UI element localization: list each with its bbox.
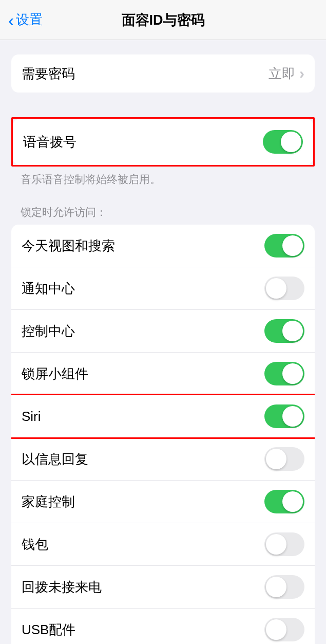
chevron-right-icon: › [299, 65, 304, 82]
navigation-header: ‹ 设置 面容ID与密码 [0, 0, 326, 40]
allow-access-label: 通知中心 [22, 280, 264, 298]
toggle-knob [281, 132, 301, 152]
allow-access-row[interactable]: 控制中心 [11, 310, 315, 353]
toggle-knob [282, 363, 303, 384]
voice-dial-footer: 音乐语音控制将始终被启用。 [0, 167, 326, 187]
toggle-knob [266, 534, 286, 555]
page-title: 面容ID与密码 [122, 11, 205, 29]
toggle-knob [282, 406, 303, 427]
allow-access-row[interactable]: Siri [11, 395, 315, 438]
allow-access-label: 今天视图和搜索 [22, 237, 264, 255]
allow-access-label: Siri [22, 409, 264, 425]
voice-dial-row[interactable]: 语音拨号 [13, 119, 313, 165]
require-passcode-row[interactable]: 需要密码 立即 › [11, 54, 315, 93]
allow-access-row[interactable]: 通知中心 [11, 267, 315, 310]
allow-access-label: 锁屏小组件 [22, 365, 264, 383]
allow-access-row[interactable]: 锁屏小组件 [11, 353, 315, 395]
voice-dial-group: 语音拨号 [13, 119, 313, 165]
toggle-knob [266, 449, 286, 469]
allow-access-row[interactable]: 回拨未接来电 [11, 566, 315, 609]
allow-access-toggle[interactable] [264, 490, 304, 513]
voice-dial-toggle[interactable] [263, 130, 303, 154]
allow-access-toggle[interactable] [264, 447, 304, 471]
allow-access-row[interactable]: 今天视图和搜索 [11, 225, 315, 267]
allow-access-toggle[interactable] [264, 234, 304, 257]
allow-access-toggle[interactable] [264, 532, 304, 556]
require-passcode-value: 立即 [269, 65, 295, 83]
allow-access-row[interactable]: 家庭控制 [11, 481, 315, 523]
chevron-left-icon: ‹ [8, 11, 14, 29]
require-passcode-group: 需要密码 立即 › [11, 54, 315, 93]
toggle-knob [266, 619, 286, 640]
voice-dial-highlight: 语音拨号 [11, 117, 315, 167]
allow-access-toggle[interactable] [264, 618, 304, 641]
toggle-knob [266, 577, 286, 597]
allow-access-toggle[interactable] [264, 404, 304, 428]
allow-access-label: 钱包 [22, 536, 264, 554]
voice-dial-label: 语音拨号 [23, 133, 263, 151]
allow-access-row[interactable]: USB配件 [11, 609, 315, 644]
toggle-knob [282, 235, 303, 256]
toggle-knob [282, 321, 303, 341]
back-label: 设置 [16, 11, 43, 29]
allow-access-toggle[interactable] [264, 362, 304, 385]
allow-access-label: USB配件 [22, 621, 264, 639]
allow-access-row[interactable]: 钱包 [11, 523, 315, 566]
allow-access-label: 控制中心 [22, 322, 264, 340]
require-passcode-label: 需要密码 [22, 65, 269, 83]
allow-access-label: 以信息回复 [22, 450, 264, 468]
toggle-knob [266, 278, 286, 299]
allow-access-group: 今天视图和搜索通知中心控制中心锁屏小组件Siri以信息回复家庭控制钱包回拨未接来… [11, 225, 315, 644]
allow-access-toggle[interactable] [264, 277, 304, 300]
back-button[interactable]: ‹ 设置 [8, 11, 43, 29]
allow-access-label: 回拨未接来电 [22, 578, 264, 596]
allow-access-toggle[interactable] [264, 575, 304, 599]
allow-access-toggle[interactable] [264, 319, 304, 343]
allow-access-label: 家庭控制 [22, 493, 264, 511]
allow-access-row[interactable]: 以信息回复 [11, 438, 315, 481]
allow-access-header: 锁定时允许访问： [0, 205, 326, 225]
toggle-knob [282, 491, 303, 512]
